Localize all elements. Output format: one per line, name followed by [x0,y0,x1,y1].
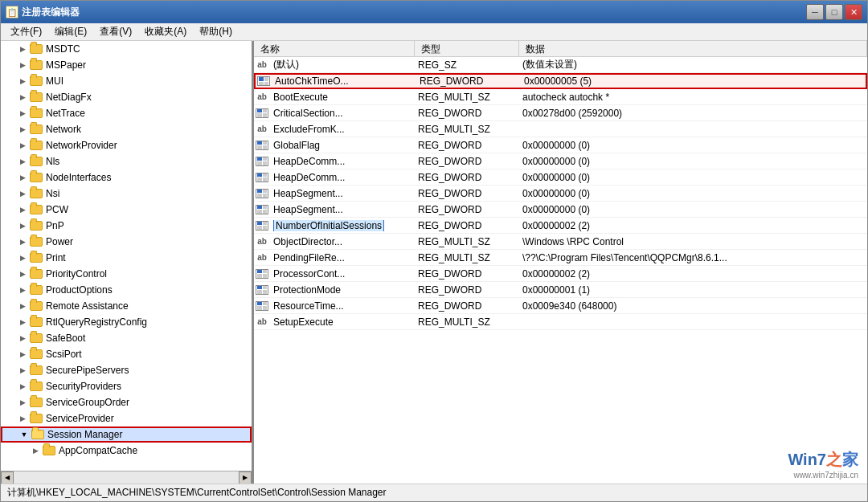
expand-icon[interactable]: ▶ [17,333,28,344]
expand-icon[interactable]: ▶ [17,236,28,247]
expand-icon[interactable]: ▶ [17,76,28,87]
expand-icon[interactable]: ▶ [17,268,28,280]
expand-icon[interactable]: ▶ [17,124,28,135]
expand-icon[interactable]: ▶ [17,220,28,231]
folder-icon [30,157,43,166]
expand-icon[interactable]: ▶ [17,156,28,167]
tree-item-mui[interactable]: ▶ MUI [1,73,252,89]
tree-item-pnp[interactable]: ▶ PnP [1,218,252,234]
value-row[interactable]: ab BootExecute REG_MULTI_SZ autocheck au… [254,89,867,105]
expand-icon[interactable]: ▶ [17,252,28,263]
menu-file[interactable]: 文件(F) [4,23,48,40]
value-row[interactable]: ab ExcludeFromK... REG_MULTI_SZ [254,121,867,137]
minimize-button[interactable]: ─ [806,4,824,20]
expand-icon[interactable]: ▶ [17,300,28,312]
tree-item-serviceprovider[interactable]: ▶ ServiceProvider [1,410,252,426]
watermark-url: www.win7zhijia.cn [788,471,858,480]
value-row[interactable]: HeapSegment... REG_DWORD 0x00000000 (0) [254,202,867,218]
expand-icon[interactable]: ▶ [17,284,28,296]
tree-scroll[interactable]: ▶ MSDTC ▶ MSPaper ▶ MUI ▶ NetDia [1,41,252,471]
tree-item-power[interactable]: ▶ Power [1,234,252,250]
tree-item-print[interactable]: ▶ Print [1,250,252,266]
tree-item-nls[interactable]: ▶ Nls [1,153,252,169]
expand-icon[interactable]: ▼ [18,429,30,440]
tree-item-remote-assistance[interactable]: ▶ Remote Assistance [1,298,252,314]
expand-icon[interactable]: ▶ [17,92,28,103]
tree-item-network[interactable]: ▶ Network [1,121,252,137]
grid-icon [256,173,268,182]
expand-icon[interactable]: ▶ [17,204,28,215]
tree-item-servicegrouporder[interactable]: ▶ ServiceGroupOrder [1,394,252,410]
value-row[interactable]: HeapDeComm... REG_DWORD 0x00000000 (0) [254,169,867,186]
expand-icon[interactable]: ▶ [17,397,28,408]
expand-icon[interactable]: ▶ [17,349,28,360]
value-name: ProtectionMode [270,284,415,296]
hscroll-right[interactable]: ▶ [239,471,252,484]
value-row[interactable]: ResourceTime... REG_DWORD 0x0009e340 (64… [254,298,867,314]
values-scroll[interactable]: ab (默认) REG_SZ (数值未设置) [254,57,867,484]
tree-item-netdiagfx[interactable]: ▶ NetDiagFx [1,89,252,105]
value-row[interactable]: ProcessorCont... REG_DWORD 0x00000002 (2… [254,266,867,282]
col-header-name[interactable]: 名称 [254,41,415,56]
hscroll-track[interactable] [14,471,239,484]
tree-item-mspaper[interactable]: ▶ MSPaper [1,57,252,73]
expand-icon[interactable]: ▶ [17,413,28,424]
tree-item-productoptions[interactable]: ▶ ProductOptions [1,282,252,298]
tree-item-session-manager[interactable]: ▼ Session Manager [1,426,252,443]
menu-favorites[interactable]: 收藏夹(A) [138,23,193,40]
maximize-button[interactable]: □ [825,4,843,20]
tree-item-networkprovider[interactable]: ▶ NetworkProvider [1,137,252,153]
expand-icon[interactable]: ▶ [17,365,28,376]
folder-icon [30,269,43,279]
tree-item-nettrace[interactable]: ▶ NetTrace [1,105,252,121]
value-name: GlobalFlag [270,140,415,151]
tree-hscrollbar[interactable]: ◀ ▶ [1,471,252,484]
tree-item-nodeinterfaces[interactable]: ▶ NodeInterfaces [1,169,252,186]
tree-item-securepipeservers[interactable]: ▶ SecurePipeServers [1,362,252,378]
value-row[interactable]: HeapSegment... REG_DWORD 0x00000000 (0) [254,186,867,202]
tree-item-securityproviders[interactable]: ▶ SecurityProviders [1,378,252,394]
expand-icon[interactable]: ▶ [30,445,41,456]
value-row-autochk[interactable]: AutoChkTimeO... REG_DWORD 0x00000005 (5) [254,73,867,89]
expand-icon[interactable]: ▶ [17,108,28,119]
value-row[interactable]: HeapDeComm... REG_DWORD 0x00000000 (0) [254,153,867,169]
tree-item-appcompatchache[interactable]: ▶ AppCompatCache [1,443,252,459]
expand-icon[interactable]: ▶ [17,188,28,199]
grid-icon [256,269,268,279]
tree-label: Network [46,124,81,135]
value-row[interactable]: ab PendingFileRe... REG_MULTI_SZ \??\C:\… [254,250,867,266]
tree-item-pcw[interactable]: ▶ PCW [1,202,252,218]
menu-edit[interactable]: 编辑(E) [48,23,93,40]
value-row[interactable]: ab ObjectDirector... REG_MULTI_SZ \Windo… [254,234,867,250]
value-name: HeapDeComm... [270,156,415,167]
hscroll-left[interactable]: ◀ [1,471,14,484]
tree-item-scsiport[interactable]: ▶ ScsiPort [1,346,252,362]
value-row-numberofinitial[interactable]: NumberOfInitialSessions REG_DWORD 0x0000… [254,218,867,234]
tree-item-prioritycontrol[interactable]: ▶ PriorityControl [1,266,252,282]
expand-icon[interactable]: ▶ [17,59,28,71]
folder-icon [30,349,43,359]
value-row[interactable]: ProtectionMode REG_DWORD 0x00000001 (1) [254,282,867,298]
expand-icon[interactable]: ▶ [17,43,28,55]
title-bar: 📋 注册表编辑器 ─ □ ✕ [1,1,867,23]
expand-icon[interactable]: ▶ [17,381,28,392]
value-row[interactable]: ab (默认) REG_SZ (数值未设置) [254,57,867,73]
tree-item-nsi[interactable]: ▶ Nsi [1,186,252,202]
expand-icon[interactable]: ▶ [17,172,28,183]
tree-item-rtlquery[interactable]: ▶ RtlQueryRegistryConfig [1,314,252,330]
value-row[interactable]: ab SetupExecute REG_MULTI_SZ [254,314,867,330]
value-row[interactable]: GlobalFlag REG_DWORD 0x00000000 (0) [254,137,867,153]
expand-icon[interactable]: ▶ [17,140,28,151]
tree-item-safeboot[interactable]: ▶ SafeBoot [1,330,252,346]
value-data: 0x00000000 (0) [519,204,867,215]
grid-icon [256,157,268,166]
value-type: REG_SZ [415,59,519,71]
menu-help[interactable]: 帮助(H) [193,23,239,40]
expand-icon[interactable]: ▶ [17,316,28,328]
col-header-data[interactable]: 数据 [519,41,867,56]
value-row[interactable]: CriticalSection... REG_DWORD 0x00278d00 … [254,105,867,121]
col-header-type[interactable]: 类型 [415,41,519,56]
close-button[interactable]: ✕ [845,4,862,20]
tree-item-msdtc[interactable]: ▶ MSDTC [1,41,252,57]
menu-view[interactable]: 查看(V) [93,23,138,40]
